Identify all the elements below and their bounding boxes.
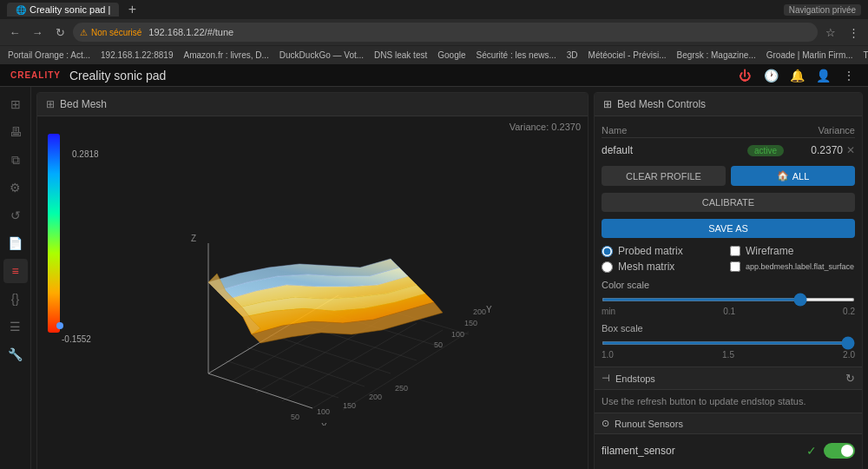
box-scale-mid-tick: 1.5 xyxy=(722,350,734,360)
private-mode-label: Navigation privée xyxy=(784,4,861,16)
new-tab-btn[interactable]: + xyxy=(122,0,141,19)
endstops-content: Use the refresh button to update endstop… xyxy=(595,390,862,413)
bell-icon[interactable]: 🔔 xyxy=(788,67,806,84)
svg-line-3 xyxy=(269,334,391,373)
sidebar-item-list[interactable]: ☰ xyxy=(3,314,28,339)
controls-panel-header: ⊞ Bed Mesh Controls xyxy=(595,93,862,116)
col-name: Name xyxy=(602,125,786,135)
forward-btn[interactable]: → xyxy=(28,23,47,42)
profile-icon[interactable]: 👤 xyxy=(814,67,832,84)
address-bar[interactable]: ⚠ Non sécurisé 192.168.1.22/#/tune xyxy=(73,23,818,42)
all-button[interactable]: 🏠 ALL xyxy=(731,166,855,186)
bed-mesh-panel-header: ⊞ Bed Mesh xyxy=(37,93,588,116)
grid-icon: ⊞ xyxy=(46,98,55,110)
time-icon[interactable]: 🕐 xyxy=(762,67,779,84)
box-scale-input[interactable] xyxy=(602,341,855,345)
bookmark-10[interactable]: Groade | Marlin Firm... xyxy=(764,50,856,61)
mesh-matrix-radio[interactable] xyxy=(602,261,613,273)
calibrate-button[interactable]: CALIBRATE xyxy=(602,193,855,212)
box-scale-track xyxy=(602,335,855,347)
wireframe-option: Wireframe xyxy=(730,245,855,257)
active-tab[interactable]: 🌐 Creality sonic pad | xyxy=(7,3,119,17)
svg-text:X: X xyxy=(321,422,327,426)
topbar-right: ⏻ 🕐 🔔 👤 ⋮ xyxy=(736,67,858,84)
bookmark-2[interactable]: Amazon.fr : livres, D... xyxy=(181,50,271,61)
box-scale-min-tick: 1.0 xyxy=(602,350,614,360)
sidebar-item-wrench[interactable]: 🔧 xyxy=(3,342,28,367)
bookmark-3[interactable]: DuckDuckGo — Vot... xyxy=(277,50,366,61)
svg-text:250: 250 xyxy=(395,384,408,393)
runout-sensors-content: filament_sensor ✓ xyxy=(595,434,862,467)
svg-text:200: 200 xyxy=(369,393,382,401)
sidebar-item-history[interactable]: ↺ xyxy=(3,203,28,228)
bookmark-0[interactable]: Portail Orange : Act... xyxy=(5,50,93,61)
sidebar-item-code[interactable]: {} xyxy=(3,287,28,311)
controls-panel: ⊞ Bed Mesh Controls Name Variance defaul… xyxy=(594,92,863,469)
colorbar-max-value: 0.2818 xyxy=(72,149,99,159)
profile-badge: active xyxy=(747,145,784,156)
profile-close-btn[interactable]: ✕ xyxy=(846,144,855,156)
profile-row: default active 0.2370 ✕ xyxy=(602,142,855,159)
refresh-btn[interactable]: ↻ xyxy=(50,23,69,42)
colorbar-marker xyxy=(56,322,63,329)
flat-surface-checkbox[interactable] xyxy=(730,261,740,272)
sidebar-item-print[interactable]: 🖶 xyxy=(3,120,28,144)
sidebar-item-layers[interactable]: ⧉ xyxy=(3,148,28,172)
svg-text:100: 100 xyxy=(451,330,464,339)
color-scale-label: Color scale xyxy=(602,280,855,290)
sidebar-item-tune[interactable]: ≡ xyxy=(3,259,28,283)
browser-menu-btn[interactable]: ⋮ xyxy=(844,23,863,42)
endstops-section-header[interactable]: ⊣ Endstops ↻ xyxy=(595,367,862,390)
endstops-icon: ⊣ xyxy=(602,373,610,384)
endstops-note: Use the refresh button to update endstop… xyxy=(602,396,806,406)
bookmark-8[interactable]: Météociel - Prévisi... xyxy=(586,50,669,61)
color-scale-min-tick: min xyxy=(602,307,615,316)
browser-tabs: 🌐 Creality sonic pad | + Navigation priv… xyxy=(0,0,868,19)
box-scale-max-tick: 2.0 xyxy=(843,350,855,360)
kebab-menu-icon[interactable]: ⋮ xyxy=(840,67,858,84)
sensor-toggle[interactable] xyxy=(824,443,855,459)
bed-mesh-panel: ⊞ Bed Mesh Variance: 0.2370 0.2818 -0.15… xyxy=(36,92,589,469)
color-scale-slider-row: Color scale min 0.1 0.2 xyxy=(602,280,855,316)
bed-mesh-content: Variance: 0.2370 0.2818 -0.1552 xyxy=(37,116,588,469)
app-body: ⊞ 🖶 ⧉ ⚙ ↺ 📄 ≡ {} ☰ 🔧 ⊞ Bed Mesh Variance… xyxy=(0,87,868,469)
box-scale-ticks: 1.0 1.5 2.0 xyxy=(602,350,855,360)
bookmark-7[interactable]: 3D xyxy=(564,50,581,61)
action-buttons-row2: CALIBRATE xyxy=(602,193,855,212)
colorbar: 0.2818 -0.1552 xyxy=(48,134,60,342)
runout-sensors-section-header[interactable]: ⊙ Runout Sensors xyxy=(595,413,862,434)
profile-name: default xyxy=(602,144,747,156)
save-as-button[interactable]: SAVE AS xyxy=(602,219,855,238)
endstops-refresh-icon[interactable]: ↻ xyxy=(845,372,855,385)
action-buttons-row1: CLEAR PROFILE 🏠 ALL xyxy=(602,166,855,186)
bookmark-9[interactable]: Begrsk : Magazine... xyxy=(674,50,759,61)
sidebar-item-settings[interactable]: ⚙ xyxy=(3,175,28,200)
bookmark-5[interactable]: Google xyxy=(435,50,468,61)
profile-table: Name Variance default active 0.2370 ✕ xyxy=(602,123,855,159)
probed-matrix-radio[interactable] xyxy=(602,246,613,257)
controls-grid-icon: ⊞ xyxy=(603,98,612,110)
sidebar-item-grid[interactable]: ⊞ xyxy=(3,92,28,116)
color-scale-mid-tick: 0.1 xyxy=(723,307,735,316)
color-scale-input[interactable] xyxy=(602,298,855,301)
bookmark-btn[interactable]: ☆ xyxy=(821,23,840,42)
bookmark-1[interactable]: 192.168.1.22:8819 xyxy=(98,50,175,61)
bookmark-11[interactable]: Tous les f... xyxy=(861,50,868,61)
wireframe-checkbox[interactable] xyxy=(730,246,740,256)
back-btn[interactable]: ← xyxy=(5,23,24,42)
bookmark-6[interactable]: Sécurité : les news... xyxy=(473,50,558,61)
home-icon: 🏠 xyxy=(777,170,789,182)
runout-icon: ⊙ xyxy=(602,418,609,429)
bookmark-4[interactable]: DNS leak test xyxy=(372,50,430,61)
sensor-row: filament_sensor ✓ xyxy=(602,439,855,462)
app-title: Creality sonic pad xyxy=(69,69,166,83)
svg-text:150: 150 xyxy=(464,319,477,327)
color-scale-ticks: min 0.1 0.2 xyxy=(602,307,855,316)
svg-text:Z: Z xyxy=(191,234,196,243)
color-scale-max-tick: 0.2 xyxy=(843,307,855,316)
power-icon[interactable]: ⏻ xyxy=(736,67,753,84)
security-label: Non sécurisé xyxy=(91,28,141,37)
clear-profile-button[interactable]: CLEAR PROFILE xyxy=(602,166,726,186)
sidebar-item-file[interactable]: 📄 xyxy=(3,231,28,255)
tab-icon: 🌐 xyxy=(16,5,26,15)
